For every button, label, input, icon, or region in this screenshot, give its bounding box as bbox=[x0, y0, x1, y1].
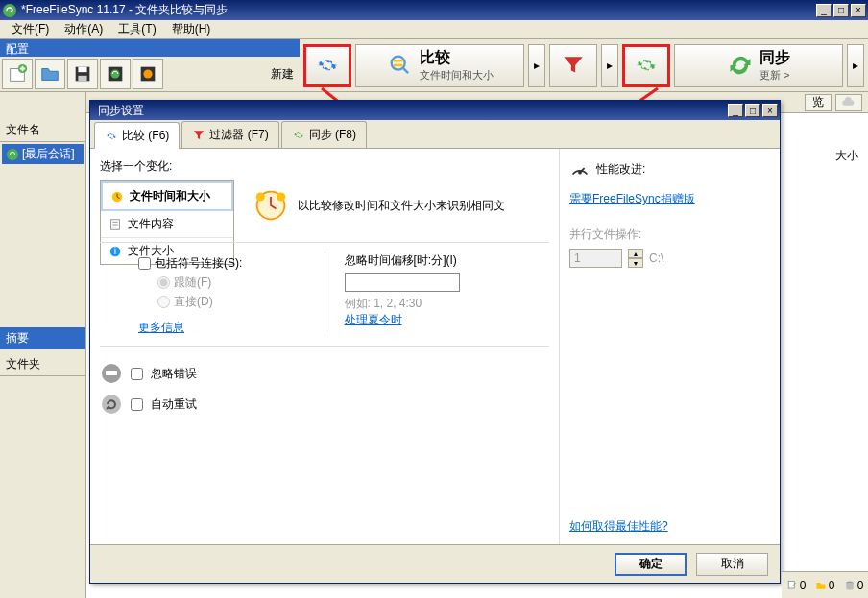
ignore-errors-label: 忽略错误 bbox=[151, 366, 197, 382]
config-label: 配置 bbox=[0, 39, 300, 57]
compare-settings-button[interactable] bbox=[303, 44, 351, 87]
auto-retry-label: 自动重试 bbox=[151, 396, 197, 413]
save-config-button[interactable] bbox=[67, 59, 98, 89]
parallel-up[interactable]: ▲ bbox=[628, 249, 643, 258]
menu-tools[interactable]: 工具(T) bbox=[110, 19, 163, 39]
filter-dropdown[interactable]: ▸ bbox=[601, 44, 618, 87]
parallel-down[interactable]: ▼ bbox=[628, 258, 643, 268]
cloud-button[interactable] bbox=[835, 94, 862, 111]
menu-action[interactable]: 动作(A) bbox=[57, 19, 110, 39]
svg-rect-22 bbox=[106, 371, 117, 375]
dialog-close-button[interactable]: × bbox=[762, 104, 778, 117]
option-time-size-label: 文件时间和大小 bbox=[130, 188, 210, 204]
symlinks-label: 包括符号连接(S): bbox=[155, 255, 242, 272]
settings-dialog: 同步设置 _ □ × 比较 (F6) 过滤器 (F7) 同步 (F8) 选择一个… bbox=[89, 100, 781, 584]
cancel-button[interactable]: 取消 bbox=[696, 553, 768, 576]
time-offset-input[interactable] bbox=[345, 273, 460, 292]
donate-link[interactable]: 需要FreeFileSync捐赠版 bbox=[569, 191, 770, 207]
filter-button[interactable] bbox=[549, 44, 597, 87]
left-panel: 文件名 [最后会话] 摘要 文件夹 bbox=[0, 92, 86, 598]
direct-label: 直接(D) bbox=[174, 294, 213, 310]
best-perf-link[interactable]: 如何取得最佳性能? bbox=[569, 519, 668, 533]
svg-point-13 bbox=[7, 148, 18, 159]
folder-header: 文件夹 bbox=[0, 353, 85, 376]
tab-compare-label: 比较 (F6) bbox=[122, 128, 169, 144]
sync-label: 同步 bbox=[760, 48, 790, 68]
menu-help[interactable]: 帮助(H) bbox=[164, 19, 219, 39]
app-icon bbox=[2, 3, 17, 18]
compare-button[interactable]: 比较 文件时间和大小 bbox=[355, 44, 524, 87]
stat-dirs: 0 bbox=[815, 579, 835, 592]
save-as-button[interactable] bbox=[133, 59, 163, 89]
menubar: 文件(F) 动作(A) 工具(T) 帮助(H) bbox=[0, 20, 868, 39]
dialog-footer: 确定 取消 bbox=[90, 544, 780, 583]
select-change-label: 选择一个变化: bbox=[100, 158, 549, 175]
main-titlebar: *FreeFileSync 11.17 - 文件夹比较与同步 _ □ × bbox=[0, 0, 868, 20]
summary-header: 摘要 bbox=[0, 327, 85, 349]
option-content[interactable]: 文件内容 bbox=[101, 211, 233, 238]
open-config-button[interactable] bbox=[35, 59, 65, 89]
tab-sync[interactable]: 同步 (F8) bbox=[281, 121, 367, 148]
new-label: 新建 bbox=[271, 66, 298, 83]
sync-dropdown[interactable]: ▸ bbox=[847, 44, 864, 87]
svg-rect-4 bbox=[78, 67, 86, 73]
svg-rect-11 bbox=[394, 60, 402, 61]
time-offset-label: 忽略时间偏移[时:分](I) bbox=[345, 252, 550, 269]
symlinks-checkbox[interactable] bbox=[138, 257, 151, 270]
dialog-title: 同步设置 bbox=[92, 103, 728, 119]
gauge-icon bbox=[569, 158, 591, 179]
svg-rect-5 bbox=[78, 76, 86, 82]
tab-sync-label: 同步 (F8) bbox=[309, 127, 356, 143]
dst-link[interactable]: 处理夏令时 bbox=[345, 313, 402, 326]
sync-sublabel: 更新 > bbox=[760, 68, 790, 83]
compare-description: 以比较修改时间和文件大小来识别相同文 bbox=[298, 198, 505, 214]
follow-radio[interactable] bbox=[157, 276, 170, 289]
follow-label: 跟随(F) bbox=[174, 275, 211, 291]
svg-point-20 bbox=[256, 193, 265, 202]
tab-filter[interactable]: 过滤器 (F7) bbox=[181, 121, 278, 148]
save-as-batch-button[interactable] bbox=[100, 59, 131, 89]
clock-icon bbox=[253, 188, 288, 223]
dialog-tabs: 比较 (F6) 过滤器 (F7) 同步 (F8) bbox=[90, 120, 780, 149]
direct-radio[interactable] bbox=[157, 296, 170, 308]
more-info-link[interactable]: 更多信息 bbox=[138, 321, 184, 334]
maximize-button[interactable]: □ bbox=[833, 4, 849, 17]
ok-button[interactable]: 确定 bbox=[615, 553, 687, 576]
minimize-button[interactable]: _ bbox=[816, 4, 832, 17]
option-content-label: 文件内容 bbox=[128, 216, 174, 232]
filename-header: 文件名 bbox=[0, 119, 85, 142]
performance-label: 性能改进: bbox=[596, 161, 645, 178]
svg-point-23 bbox=[102, 395, 121, 414]
sync-settings-button[interactable] bbox=[622, 44, 670, 87]
size-column-label: 大小 bbox=[835, 148, 858, 164]
svg-point-19 bbox=[277, 193, 285, 202]
parallel-path: C:\ bbox=[649, 251, 663, 265]
statusbar: 0 0 0 bbox=[782, 571, 868, 598]
menu-file[interactable]: 文件(F) bbox=[4, 19, 57, 39]
browse-button[interactable]: 览 bbox=[805, 94, 832, 111]
compare-dropdown[interactable]: ▸ bbox=[528, 44, 545, 87]
dialog-maximize-button[interactable]: □ bbox=[745, 104, 760, 117]
dialog-titlebar: 同步设置 _ □ × bbox=[90, 101, 780, 120]
ignore-errors-icon bbox=[100, 362, 123, 385]
svg-point-0 bbox=[3, 4, 16, 17]
option-time-size[interactable]: 文件时间和大小 bbox=[101, 181, 233, 211]
parallel-label: 并行文件操作: bbox=[569, 227, 770, 243]
svg-point-7 bbox=[110, 69, 119, 78]
close-button[interactable]: × bbox=[851, 4, 866, 17]
tab-compare[interactable]: 比较 (F6) bbox=[94, 122, 180, 149]
auto-retry-checkbox[interactable] bbox=[131, 398, 143, 411]
ignore-errors-checkbox[interactable] bbox=[131, 368, 143, 380]
last-session-item[interactable]: [最后会话] bbox=[2, 144, 84, 164]
sync-button[interactable]: 同步 更新 > bbox=[674, 44, 843, 87]
new-config-button[interactable] bbox=[2, 59, 33, 89]
window-title: *FreeFileSync 11.17 - 文件夹比较与同步 bbox=[21, 2, 816, 18]
svg-point-9 bbox=[143, 69, 152, 78]
session-label: [最后会话] bbox=[22, 146, 75, 162]
tab-filter-label: 过滤器 (F7) bbox=[209, 127, 268, 143]
dialog-minimize-button[interactable]: _ bbox=[728, 104, 743, 117]
stat-size: 0 bbox=[844, 579, 864, 592]
parallel-input[interactable] bbox=[569, 249, 622, 268]
toolbar: 配置 新建 比较 文件 bbox=[0, 39, 868, 92]
compare-sublabel: 文件时间和大小 bbox=[420, 68, 494, 83]
